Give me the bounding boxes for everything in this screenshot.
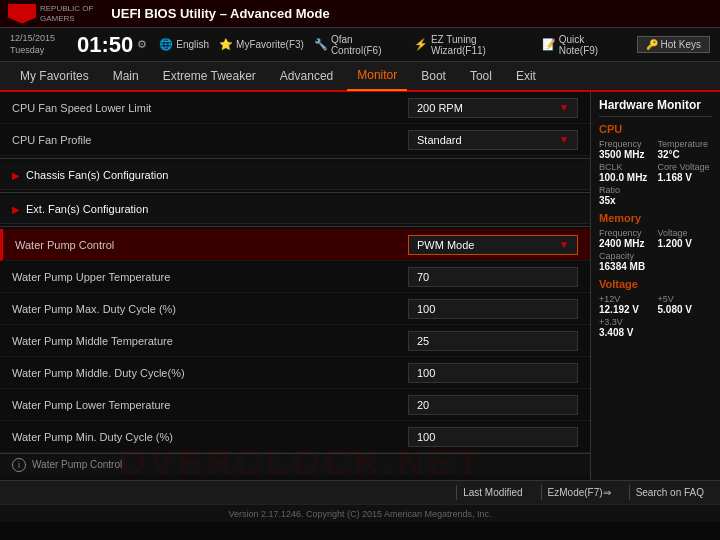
left-panel: CPU Fan Speed Lower Limit 200 RPM ▼ CPU …: [0, 92, 590, 480]
water-pump-min-duty-value[interactable]: 100: [408, 427, 578, 447]
divider-3: [0, 226, 590, 227]
header-bar: REPUBLIC OF GAMERS UEFI BIOS Utility – A…: [0, 0, 720, 28]
cpu-bclk-label: BCLK 100.0 MHz: [599, 162, 654, 183]
water-pump-control-label: Water Pump Control: [15, 239, 408, 251]
date-display: 12/15/2015 Tuesday: [10, 33, 65, 56]
cpu-fan-speed-label: CPU Fan Speed Lower Limit: [12, 102, 408, 114]
nav-main[interactable]: Main: [103, 61, 149, 91]
nav-bar: My Favorites Main Extreme Tweaker Advanc…: [0, 62, 720, 92]
water-pump-control-row: Water Pump Control PWM Mode ▼: [0, 229, 590, 261]
water-pump-upper-temp-row: Water Pump Upper Temperature 70: [0, 261, 590, 293]
memory-voltage: Voltage 1.200 V: [658, 228, 713, 249]
dropdown-arrow-icon: ▼: [559, 102, 569, 113]
cpu-fan-speed-row: CPU Fan Speed Lower Limit 200 RPM ▼: [0, 92, 590, 124]
main-content: CPU Fan Speed Lower Limit 200 RPM ▼ CPU …: [0, 92, 720, 480]
search-faq-btn[interactable]: Search on FAQ: [629, 485, 710, 500]
ext-fans-section[interactable]: ▶ Ext. Fan(s) Configuration: [0, 195, 590, 224]
nav-advanced[interactable]: Advanced: [270, 61, 343, 91]
water-pump-max-duty-value[interactable]: 100: [408, 299, 578, 319]
water-pump-upper-temp-label: Water Pump Upper Temperature: [12, 271, 408, 283]
header-title: UEFI BIOS Utility – Advanced Mode: [111, 6, 712, 21]
voltage-section-title: Voltage: [599, 278, 712, 290]
cpu-fan-speed-dropdown[interactable]: 200 RPM ▼: [408, 98, 578, 118]
quick-note-icon: 📝: [542, 38, 556, 51]
cpu-ratio-label: Ratio 35x: [599, 185, 654, 206]
nav-extreme-tweaker[interactable]: Extreme Tweaker: [153, 61, 266, 91]
memory-capacity: Capacity 16384 MB: [599, 251, 712, 272]
memory-stats-grid: Frequency 2400 MHz Voltage 1.200 V Capac…: [599, 228, 712, 272]
toolbar-language[interactable]: 🌐 English: [159, 38, 209, 51]
rog-logo-icon: [8, 4, 36, 24]
cpu-section-title: CPU: [599, 123, 712, 135]
qfan-icon: 🔧: [314, 38, 328, 51]
water-pump-upper-temp-value[interactable]: 70: [408, 267, 578, 287]
toolbar-quick-note[interactable]: 📝 Quick Note(F9): [542, 34, 625, 56]
hardware-monitor-title: Hardware Monitor: [599, 98, 712, 117]
water-pump-control-dropdown[interactable]: PWM Mode ▼: [408, 235, 578, 255]
water-pump-lower-temp-label: Water Pump Lower Temperature: [12, 399, 408, 411]
divider-1: [0, 158, 590, 159]
toolbar-items: 🌐 English ⭐ MyFavorite(F3) 🔧 Qfan Contro…: [159, 34, 624, 56]
hardware-monitor-panel: Hardware Monitor CPU Frequency 3500 MHz …: [590, 92, 720, 480]
dropdown-arrow-icon: ▼: [559, 239, 569, 250]
copyright-bar: Version 2.17.1246. Copyright (C) 2015 Am…: [0, 504, 720, 522]
ez-mode-btn[interactable]: EzMode(F7)⇒: [541, 485, 617, 500]
nav-monitor[interactable]: Monitor: [347, 61, 407, 91]
water-pump-max-duty-row: Water Pump Max. Duty Cycle (%) 100: [0, 293, 590, 325]
water-pump-lower-temp-value[interactable]: 20: [408, 395, 578, 415]
nav-exit[interactable]: Exit: [506, 61, 546, 91]
memory-frequency: Frequency 2400 MHz: [599, 228, 654, 249]
nav-my-favorites[interactable]: My Favorites: [10, 61, 99, 91]
settings-gear-icon[interactable]: ⚙: [137, 38, 147, 51]
rog-logo: REPUBLIC OF GAMERS: [8, 4, 93, 24]
water-pump-min-duty-label: Water Pump Min. Duty Cycle (%): [12, 431, 408, 443]
water-pump-middle-temp-value[interactable]: 25: [408, 331, 578, 351]
toolbar-qfan[interactable]: 🔧 Qfan Control(F6): [314, 34, 404, 56]
info-bar: i Water Pump Control: [0, 453, 590, 475]
last-modified-btn[interactable]: Last Modified: [456, 485, 528, 500]
info-icon: i: [12, 458, 26, 472]
water-pump-min-duty-row: Water Pump Min. Duty Cycle (%) 100: [0, 421, 590, 453]
language-icon: 🌐: [159, 38, 173, 51]
favorites-icon: ⭐: [219, 38, 233, 51]
toolbar-favorites[interactable]: ⭐ MyFavorite(F3): [219, 38, 304, 51]
cpu-stats-grid: Frequency 3500 MHz Temperature 32°C BCLK…: [599, 139, 712, 206]
time-group: 01:50 ⚙: [77, 32, 147, 58]
chassis-expand-icon: ▶: [12, 170, 20, 181]
footer-bar: Last Modified EzMode(F7)⇒ Search on FAQ: [0, 480, 720, 504]
nav-boot[interactable]: Boot: [411, 61, 456, 91]
dropdown-arrow-icon: ▼: [559, 134, 569, 145]
water-pump-lower-temp-row: Water Pump Lower Temperature 20: [0, 389, 590, 421]
voltage-5v: +5V 5.080 V: [658, 294, 713, 315]
voltage-stats-grid: +12V 12.192 V +5V 5.080 V +3.3V 3.408 V: [599, 294, 712, 338]
time-bar: 12/15/2015 Tuesday 01:50 ⚙ 🌐 English ⭐ M…: [0, 28, 720, 62]
time-display: 01:50: [77, 32, 133, 58]
water-pump-middle-duty-label: Water Pump Middle. Duty Cycle(%): [12, 367, 408, 379]
rog-logo-text: REPUBLIC OF GAMERS: [40, 4, 93, 23]
water-pump-middle-temp-row: Water Pump Middle Temperature 25: [0, 325, 590, 357]
water-pump-middle-duty-value[interactable]: 100: [408, 363, 578, 383]
cpu-fan-profile-row: CPU Fan Profile Standard ▼: [0, 124, 590, 156]
toolbar-ez-tuning[interactable]: ⚡ EZ Tuning Wizard(F11): [414, 34, 532, 56]
cpu-frequency-label: Frequency 3500 MHz: [599, 139, 654, 160]
divider-2: [0, 192, 590, 193]
chassis-fans-section[interactable]: ▶ Chassis Fan(s) Configuration: [0, 161, 590, 190]
cpu-temperature-label: Temperature 32°C: [658, 139, 713, 160]
cpu-fan-profile-label: CPU Fan Profile: [12, 134, 408, 146]
water-pump-middle-temp-label: Water Pump Middle Temperature: [12, 335, 408, 347]
hot-keys-button[interactable]: 🔑 Hot Keys: [637, 36, 710, 53]
ext-fans-expand-icon: ▶: [12, 204, 20, 215]
voltage-33v: +3.3V 3.408 V: [599, 317, 712, 338]
cpu-core-voltage-label: Core Voltage 1.168 V: [658, 162, 713, 183]
memory-section-title: Memory: [599, 212, 712, 224]
water-pump-middle-duty-row: Water Pump Middle. Duty Cycle(%) 100: [0, 357, 590, 389]
cpu-fan-profile-dropdown[interactable]: Standard ▼: [408, 130, 578, 150]
voltage-12v: +12V 12.192 V: [599, 294, 654, 315]
nav-tool[interactable]: Tool: [460, 61, 502, 91]
water-pump-max-duty-label: Water Pump Max. Duty Cycle (%): [12, 303, 408, 315]
ez-tuning-icon: ⚡: [414, 38, 428, 51]
